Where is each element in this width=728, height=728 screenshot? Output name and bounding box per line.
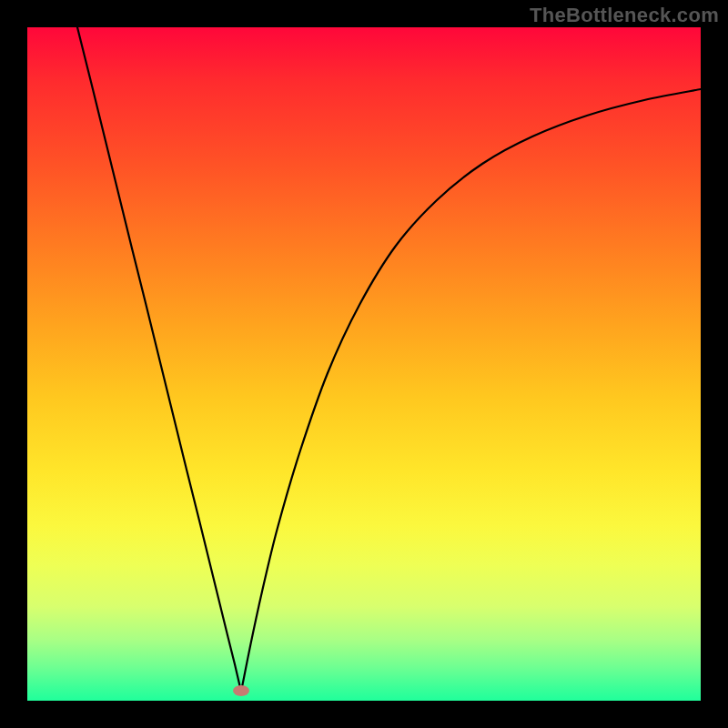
plot-area	[27, 27, 701, 701]
bottleneck-curve	[77, 27, 701, 692]
watermark-text: TheBottleneck.com	[530, 4, 719, 27]
optimal-point-marker	[233, 685, 249, 696]
curve-left-branch	[77, 27, 241, 692]
curve-layer	[27, 27, 701, 701]
chart-frame: TheBottleneck.com	[0, 0, 728, 728]
curve-right-branch	[241, 89, 701, 692]
